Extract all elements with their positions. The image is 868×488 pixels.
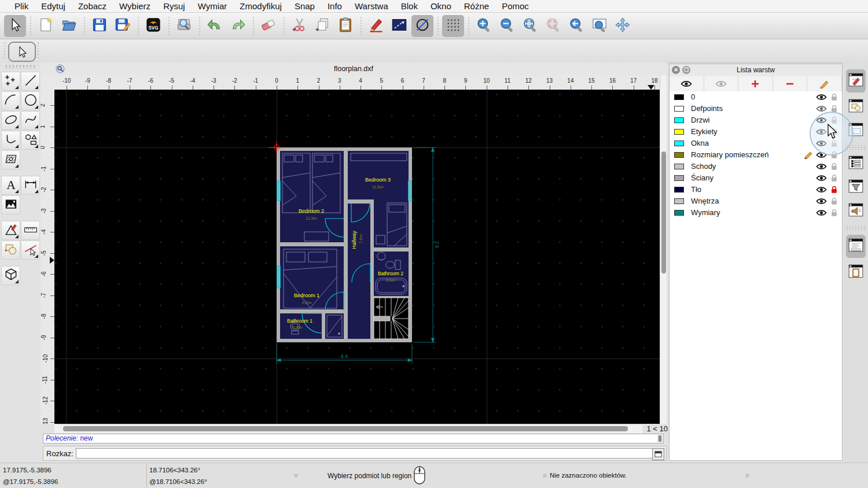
grid-toggle-button[interactable] [442, 15, 464, 37]
separator-button[interactable] [28, 16, 32, 36]
separator-button[interactable] [359, 16, 363, 36]
menu-item[interactable]: Edytuj [35, 0, 72, 13]
menu-item[interactable]: Wymiar [192, 0, 234, 13]
measure-tool-button[interactable] [21, 221, 40, 240]
saveas-button[interactable] [112, 15, 134, 37]
separator-button[interactable] [845, 145, 867, 150]
layer-lock-icon[interactable] [830, 208, 838, 217]
layer-lock-icon[interactable] [830, 104, 838, 113]
layer-visibility-icon[interactable] [816, 197, 827, 205]
layer-visibility-icon[interactable] [816, 151, 827, 159]
menu-item[interactable]: Pomoc [495, 0, 535, 13]
separator-tool-button[interactable] [1, 170, 40, 175]
cube-tool-button[interactable] [1, 266, 20, 285]
zoom-select-button[interactable] [542, 15, 564, 37]
menu-item[interactable]: Rysuj [157, 0, 192, 13]
dock-filter-button[interactable] [846, 178, 866, 197]
select-button[interactable] [4, 15, 26, 37]
redo-button[interactable] [227, 15, 249, 37]
separator-button[interactable] [282, 16, 286, 36]
layer-visibility-icon[interactable] [816, 186, 827, 194]
layer-visibility-icon[interactable] [816, 139, 827, 147]
svg-export-button[interactable]: SVG [142, 15, 164, 37]
layer-lock-icon[interactable] [830, 93, 838, 102]
paste-button[interactable] [334, 15, 356, 37]
dimension-tool-button[interactable] [21, 176, 40, 195]
hide-all-layers-button[interactable] [704, 76, 739, 91]
drawing-canvas[interactable]: Bedroom 3 11.5m² Bedroom 2 12.3m² Hallwa… [54, 90, 660, 424]
menu-item[interactable]: Info [321, 0, 348, 13]
separator-button[interactable] [436, 16, 440, 36]
zoom-out-button[interactable] [496, 15, 518, 37]
circle-tool-button[interactable] [21, 91, 40, 110]
layer-row[interactable]: Tło [670, 184, 842, 195]
drawing-window-titlebar[interactable]: floorplan.dxf [41, 62, 667, 76]
menu-item[interactable]: Warstwa [348, 0, 395, 13]
layer-visibility-icon[interactable] [816, 105, 827, 113]
palette-handle[interactable] [5, 65, 36, 68]
dock-pen-button[interactable] [846, 69, 866, 93]
command-history-scrollbar[interactable] [657, 435, 663, 442]
undock-icon[interactable]: ❐ [682, 66, 690, 74]
vertical-scrollbar[interactable] [660, 75, 667, 424]
horizontal-scrollbar[interactable] [54, 424, 642, 433]
layer-row[interactable]: Wnętrza [670, 195, 842, 207]
menu-item[interactable]: Okno [424, 0, 458, 13]
layer-visibility-icon[interactable] [816, 209, 827, 217]
vertical-scrollbar-thumb[interactable] [661, 151, 666, 273]
command-input[interactable] [76, 448, 654, 459]
layer-lock-icon[interactable] [830, 162, 838, 171]
blocks-tool-button[interactable] [1, 241, 20, 260]
layer-row[interactable]: Wymiary [670, 207, 842, 219]
zoom-prev-button[interactable] [565, 15, 587, 37]
arc-tool-button[interactable] [1, 91, 20, 110]
layer-lock-icon[interactable] [830, 197, 838, 206]
remove-layer-button[interactable] [773, 76, 808, 91]
menu-item[interactable]: Blok [395, 0, 424, 13]
layer-row[interactable]: Rozmiary pomieszczeń [670, 149, 842, 161]
separator-button[interactable] [251, 16, 255, 36]
layer-lock-icon[interactable] [830, 116, 838, 125]
separator-button[interactable] [197, 16, 201, 36]
menu-item[interactable]: Różne [458, 0, 495, 13]
cut-button[interactable] [288, 15, 310, 37]
menu-item[interactable]: Snap [288, 0, 321, 13]
line-tool-button[interactable] [21, 72, 40, 91]
separator-tool-button[interactable] [1, 215, 40, 220]
ellipse-tool-button[interactable] [1, 111, 20, 130]
layer-row[interactable]: Ściany [670, 172, 842, 184]
layer-row[interactable]: Okna [670, 138, 842, 149]
selection-tool-button[interactable] [8, 42, 36, 62]
layer-row[interactable]: Etykiety [670, 126, 842, 138]
layer-row[interactable]: Defpoints [670, 103, 842, 114]
layer-visibility-icon[interactable] [816, 174, 827, 182]
pen-button[interactable] [365, 15, 387, 37]
edit-layer-button[interactable] [807, 76, 842, 91]
pan-button[interactable] [612, 15, 634, 37]
menu-item[interactable]: Zobacz [72, 0, 113, 13]
separator-button[interactable] [466, 16, 470, 36]
separator-tool-button[interactable] [1, 260, 40, 265]
dock-library-button[interactable] [846, 121, 866, 140]
open-button[interactable] [58, 15, 80, 37]
show-all-layers-button[interactable] [670, 76, 704, 91]
hatch-tool-button[interactable] [1, 150, 20, 169]
dock-exploder-button[interactable] [846, 202, 866, 220]
layer-lock-icon[interactable] [830, 173, 838, 183]
menu-item[interactable]: Plik [8, 0, 35, 13]
close-icon[interactable]: ✕ [672, 66, 680, 74]
add-layer-button[interactable] [738, 76, 773, 91]
separator-button[interactable] [82, 16, 86, 36]
layer-row[interactable]: 0 [670, 91, 842, 103]
separator-button[interactable] [136, 16, 140, 36]
text-tool-button[interactable]: A [1, 176, 20, 195]
menu-item[interactable]: Wybierz [113, 0, 157, 13]
zoom-window-button[interactable] [589, 15, 610, 37]
layer-lock-icon[interactable] [830, 150, 838, 160]
copy-button[interactable] [311, 15, 333, 37]
layer-visibility-icon[interactable] [816, 162, 827, 171]
layer-visibility-icon[interactable] [816, 93, 827, 101]
dock-clipboard-button[interactable] [846, 263, 866, 282]
new-button[interactable] [35, 15, 57, 37]
zoom-in-button[interactable] [473, 15, 495, 37]
